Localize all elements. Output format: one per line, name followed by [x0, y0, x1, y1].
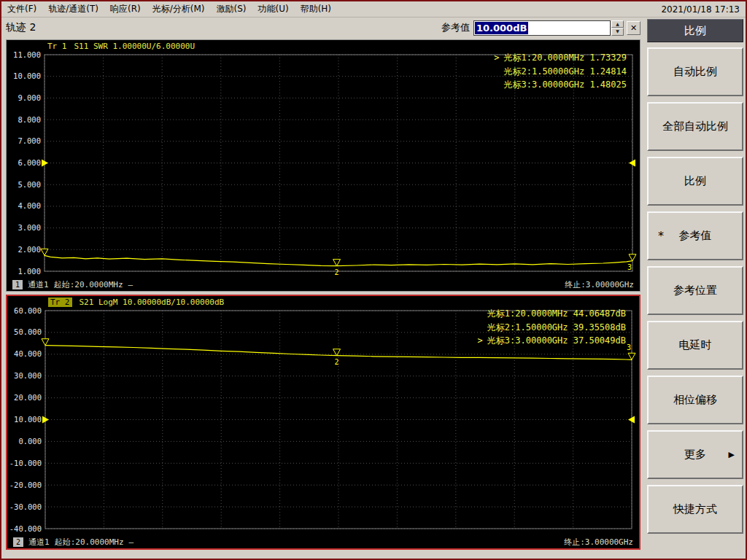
svg-text:3: 3 — [627, 343, 631, 351]
main-area: 轨迹 2 参考值 10.000dB ▲ ▼ ✕ Tr 1S11 SWR 1.00… — [1, 18, 645, 559]
menu-item-4[interactable]: 激励(S) — [216, 3, 246, 15]
trace-id-label[interactable]: Tr 2 — [48, 298, 72, 307]
sidebar-button-label: 快捷方式 — [673, 502, 717, 516]
svg-text:10.000: 10.000 — [14, 415, 42, 424]
sidebar-button-shortcut[interactable]: 快捷方式 — [647, 485, 743, 534]
svg-text:5.000: 5.000 — [18, 180, 41, 189]
start-frequency-label: 起始:20.0000MHz — [55, 537, 124, 548]
svg-text:0.000: 0.000 — [18, 437, 42, 446]
svg-text:30.000: 30.000 — [14, 371, 42, 380]
sidebar-button-label: 比例 — [684, 174, 706, 188]
entry-toolbar: 轨迹 2 参考值 10.000dB ▲ ▼ ✕ — [1, 18, 645, 38]
svg-text:3.000: 3.000 — [18, 223, 41, 232]
start-frequency-label: 起始:20.0000MHz — [54, 279, 123, 290]
svg-text:2.000: 2.000 — [18, 245, 41, 254]
marker-readout-line: >光标1:20.0000MHz 1.73329 — [494, 51, 627, 65]
marker-readout-line: 光标2:1.50000GHz 39.35508dB — [478, 321, 626, 335]
svg-text:2: 2 — [335, 268, 339, 276]
marker-readout: >光标1:20.0000MHz 1.73329光标2:1.50000GHz 1.… — [494, 51, 627, 92]
sidebar-button-label: 参考值 — [679, 229, 712, 243]
sidebar-buttons: 自动比例全部自动比例比例*参考值参考位置电延时相位偏移更多▶快捷方式 — [647, 47, 743, 540]
datetime-display: 2021/01/18 17:13 — [661, 4, 740, 15]
sidebar-button-auto-scale-all[interactable]: 全部自动比例 — [647, 102, 743, 151]
close-entry-button[interactable]: ✕ — [627, 21, 640, 35]
sweep-indicator: — — [128, 280, 133, 289]
svg-text:-40.000: -40.000 — [9, 524, 42, 533]
chart-panel-1: Tr 1S11 SWR 1.00000U/6.00000U11.00010.00… — [6, 39, 640, 292]
stop-frequency-label: 终止:3.00000GHz — [565, 279, 634, 290]
svg-text:50.000: 50.000 — [14, 327, 42, 336]
spinner-up-button[interactable]: ▲ — [611, 20, 624, 28]
sidebar-button-scale[interactable]: 比例 — [647, 157, 743, 206]
chart-title: Tr 1S11 SWR 1.00000U/6.00000U — [7, 40, 640, 52]
sidebar-button-electrical-delay[interactable]: 电延时 — [647, 321, 743, 370]
reference-value-label: 参考值 — [441, 21, 470, 34]
chart-panel-2: Tr 2S21 LogM 10.00000dB/10.00000dB60.000… — [6, 295, 640, 550]
channel-label: 通道1 — [28, 279, 49, 290]
sidebar-button-phase-offset[interactable]: 相位偏移 — [647, 376, 743, 424]
channel-label: 通道1 — [28, 537, 50, 548]
stop-frequency-label: 终止:3.00000GHz — [564, 537, 633, 548]
sidebar-button-auto-scale[interactable]: 自动比例 — [647, 47, 743, 96]
channel-badge: 2 — [13, 537, 23, 547]
sidebar-button-reference-position[interactable]: 参考位置 — [647, 266, 743, 315]
sidebar-button-label: 自动比例 — [673, 65, 717, 79]
sidebar-button-label: 全部自动比例 — [662, 120, 728, 133]
active-marker-indicator-icon: > — [478, 335, 483, 346]
chart-footer: 1通道1起始:20.0000MHz—终止:3.00000GHz — [7, 279, 640, 291]
selected-indicator: * — [658, 229, 664, 243]
softkey-sidebar: 比例 自动比例全部自动比例比例*参考值参考位置电延时相位偏移更多▶快捷方式 — [645, 18, 746, 559]
svg-text:60.000: 60.000 — [14, 308, 42, 315]
vna-application-window: 文件(F)轨迹/通道(T)响应(R)光标/分析(M)激励(S)功能(U)帮助(H… — [0, 0, 747, 560]
marker-readout-text: 光标1:20.0000MHz 1.73329 — [504, 52, 627, 63]
chart-title: Tr 2S21 LogM 10.00000dB/10.00000dB — [7, 296, 639, 308]
marker-readout-line: 光标2:1.50000GHz 1.24814 — [494, 65, 627, 79]
svg-text:1.000: 1.000 — [18, 267, 41, 276]
marker-readout-text: 光标3:3.00000GHz 37.50049dB — [487, 335, 626, 346]
svg-text:20.000: 20.000 — [14, 393, 42, 402]
marker-readout-line: 光标3:3.00000GHz 1.48025 — [494, 78, 627, 92]
marker-readout-text: 光标2:1.50000GHz 39.35508dB — [487, 322, 626, 332]
marker-readout-text: 光标2:1.50000GHz 1.24814 — [504, 66, 627, 77]
reference-value-text: 10.000dB — [475, 22, 528, 34]
marker-readout-text: 光标1:20.0000MHz 44.06487dB — [487, 308, 626, 319]
submenu-arrow-icon: ▶ — [729, 450, 735, 459]
svg-text:8.000: 8.000 — [18, 115, 41, 124]
menu-items: 文件(F)轨迹/通道(T)响应(R)光标/分析(M)激励(S)功能(U)帮助(H… — [7, 3, 343, 15]
marker-readout: 光标1:20.0000MHz 44.06487dB光标2:1.50000GHz … — [478, 307, 626, 348]
trace-id-label[interactable]: Tr 1 — [47, 42, 67, 51]
sweep-indicator: — — [129, 537, 134, 547]
spinner-down-button[interactable]: ▼ — [611, 28, 624, 36]
sidebar-button-label: 更多 — [684, 448, 706, 462]
menu-item-1[interactable]: 轨迹/通道(T) — [48, 3, 98, 15]
svg-text:40.000: 40.000 — [14, 349, 42, 358]
reference-entry-group: 参考值 10.000dB ▲ ▼ ✕ — [441, 20, 640, 36]
svg-text:-10.000: -10.000 — [9, 459, 42, 467]
sidebar-button-label: 电延时 — [679, 338, 712, 352]
svg-text:10.000: 10.000 — [13, 71, 41, 80]
trace-format-label: S11 SWR 1.00000U/6.00000U — [74, 42, 196, 51]
value-spinner: ▲ ▼ — [611, 20, 624, 36]
svg-text:11.000: 11.000 — [13, 52, 41, 59]
svg-text:7.000: 7.000 — [18, 136, 41, 145]
marker-readout-text: 光标3:3.00000GHz 1.48025 — [504, 79, 627, 90]
reference-value-input[interactable]: 10.000dB — [473, 20, 611, 36]
menu-item-0[interactable]: 文件(F) — [7, 3, 36, 15]
sidebar-button-label: 相位偏移 — [673, 393, 717, 407]
sidebar-button-more[interactable]: 更多▶ — [647, 430, 743, 479]
menu-item-5[interactable]: 功能(U) — [258, 3, 288, 15]
menu-item-2[interactable]: 响应(R) — [110, 3, 141, 15]
svg-text:-30.000: -30.000 — [9, 502, 42, 511]
content-area: 轨迹 2 参考值 10.000dB ▲ ▼ ✕ Tr 1S11 SWR 1.00… — [1, 18, 746, 559]
menu-item-6[interactable]: 帮助(H) — [301, 3, 331, 15]
svg-text:6.000: 6.000 — [18, 158, 41, 167]
menu-item-3[interactable]: 光标/分析(M) — [152, 3, 205, 15]
marker-readout-line: 光标1:20.0000MHz 44.06487dB — [478, 307, 626, 321]
svg-text:-20.000: -20.000 — [9, 481, 42, 489]
marker-readout-line: >光标3:3.00000GHz 37.50049dB — [478, 334, 626, 348]
svg-text:4.000: 4.000 — [18, 201, 41, 210]
active-trace-label: 轨迹 2 — [6, 21, 36, 34]
sidebar-header: 比例 — [647, 19, 743, 42]
sidebar-button-reference-value[interactable]: *参考值 — [647, 211, 743, 260]
svg-text:3: 3 — [627, 263, 632, 271]
